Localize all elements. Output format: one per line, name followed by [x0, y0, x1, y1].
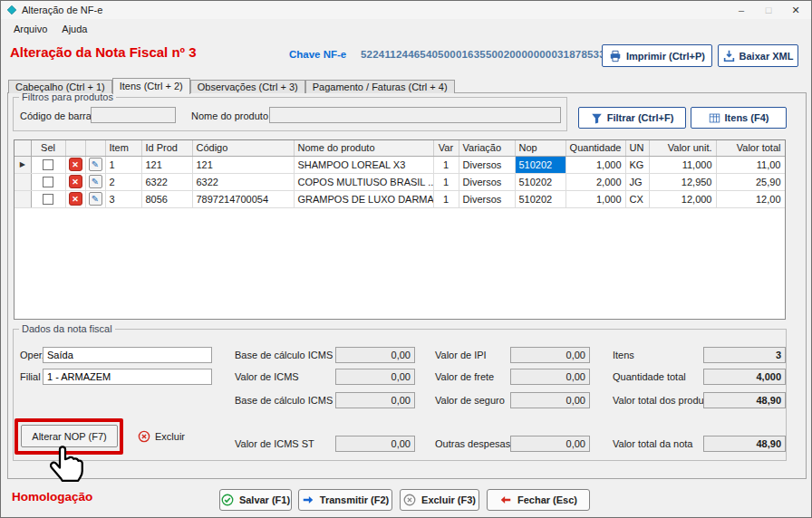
cell-variacao[interactable]: Diversos: [459, 173, 515, 190]
arrow-left-red-icon: [499, 494, 512, 506]
cell-nome[interactable]: COPOS MULTIUSO BRASIL ...: [294, 173, 433, 190]
cell-un[interactable]: KG: [625, 156, 649, 173]
salvar-button[interactable]: Salvar (F1): [219, 489, 292, 511]
cell-codigo[interactable]: 121: [192, 156, 294, 173]
transmitir-button[interactable]: Transmitir (F2): [298, 489, 392, 511]
table-row: ✕ ✎ 2 6322 6322 COPOS MULTIUSO BRASIL ..…: [14, 173, 785, 190]
cell-valor-total[interactable]: 11,00: [716, 156, 785, 173]
baixar-xml-button[interactable]: Baixar XML: [718, 44, 798, 67]
cell-item[interactable]: 2: [105, 173, 141, 190]
col-quantidade: Quantidade: [566, 140, 625, 156]
cell-item[interactable]: 1: [105, 156, 141, 173]
current-row-marker: ▶: [14, 156, 31, 173]
cell-id-prod[interactable]: 8056: [141, 190, 192, 207]
arrow-right-blue-icon: [302, 494, 314, 506]
minimize-button[interactable]: –: [728, 1, 755, 19]
table-row: ▶ ✕ ✎ 1 121 121 SHAMPOO LOREAL X3 1 Dive…: [14, 156, 785, 173]
cell-nome[interactable]: GRAMPOS DE LUXO DARMA...: [294, 190, 433, 207]
menu-bar: Arquivo Ajuda: [1, 19, 811, 38]
col-valor-unit: Valor unit.: [649, 140, 716, 156]
tab-cabecalho[interactable]: Cabeçalho (Ctrl + 1): [8, 80, 112, 93]
row-select-checkbox[interactable]: [43, 177, 53, 187]
cell-codigo[interactable]: 7897214700054: [192, 190, 294, 207]
cell-nop-selected[interactable]: 510202: [515, 156, 566, 173]
window-title: Alteração de NF-e: [22, 5, 102, 15]
cell-valor-total[interactable]: 12,00: [716, 190, 785, 207]
menu-ajuda[interactable]: Ajuda: [54, 22, 94, 36]
col-sel: Sel: [31, 140, 65, 156]
cell-item[interactable]: 3: [105, 190, 141, 207]
cell-quantidade[interactable]: 1,000: [566, 156, 625, 173]
cell-un[interactable]: JG: [625, 173, 649, 190]
cell-codigo[interactable]: 6322: [192, 173, 294, 190]
circle-x-gray-icon: [403, 494, 416, 506]
filtrar-button[interactable]: Filtrar (Ctrl+F): [578, 107, 686, 129]
fiscal-group-label: Dados da nota fiscal: [19, 323, 115, 334]
chave-nfe-value: 5224112446540500016355002000000003187853…: [361, 49, 624, 60]
edit-row-icon[interactable]: ✎: [89, 192, 102, 206]
itens-f4-button[interactable]: Itens (F4): [691, 107, 787, 129]
cell-var[interactable]: 1: [433, 156, 459, 173]
cell-quantidade[interactable]: 2,000: [566, 173, 625, 190]
tab-itens[interactable]: Itens (Ctrl + 2): [112, 78, 190, 94]
cell-var[interactable]: 1: [433, 190, 459, 207]
imprimir-button[interactable]: Imprimir (Ctrl+P): [602, 44, 712, 67]
col-un: UN: [625, 140, 649, 156]
menu-arquivo[interactable]: Arquivo: [6, 22, 54, 36]
col-variacao: Variação: [459, 140, 515, 156]
cell-variacao[interactable]: Diversos: [459, 190, 515, 207]
items-table: Sel Item Id Prod Código Nome do produto …: [14, 140, 786, 208]
edit-row-icon[interactable]: ✎: [89, 175, 102, 188]
col-var: Var: [433, 140, 459, 156]
tab-pagamento-faturas[interactable]: Pagamento / Faturas (Ctrl + 4): [305, 80, 455, 93]
row-select-checkbox[interactable]: [43, 159, 53, 170]
cell-un[interactable]: CX: [625, 190, 649, 207]
nfe-window: Alteração de NF-e – □ ✕ Arquivo Ajuda Al…: [0, 0, 812, 518]
download-icon: [723, 50, 735, 62]
cell-nop[interactable]: 510202: [515, 190, 566, 207]
cell-var[interactable]: 1: [433, 173, 459, 190]
table-header-row: Sel Item Id Prod Código Nome do produto …: [14, 140, 785, 156]
tab-observacoes[interactable]: Observações (Ctrl + 3): [190, 80, 305, 93]
col-nome: Nome do produto: [294, 140, 433, 156]
col-nop: Nop: [515, 140, 566, 156]
excluir-f3-button[interactable]: Excluir (F3): [400, 489, 479, 511]
cell-nome[interactable]: SHAMPOO LOREAL X3: [294, 156, 433, 173]
row-select-checkbox[interactable]: [43, 194, 53, 205]
cell-id-prod[interactable]: 6322: [141, 173, 192, 190]
cell-id-prod[interactable]: 121: [141, 156, 192, 173]
cell-nop[interactable]: 510202: [515, 173, 566, 190]
fiscal-groupbox: [13, 329, 787, 461]
cell-valor-unit[interactable]: 11,000: [649, 156, 716, 173]
check-circle-icon: [221, 494, 234, 506]
table-row: ✕ ✎ 3 8056 7897214700054 GRAMPOS DE LUXO…: [14, 190, 785, 207]
cell-valor-total[interactable]: 25,90: [716, 173, 785, 190]
cell-variacao[interactable]: Diversos: [459, 156, 515, 173]
edit-row-icon[interactable]: ✎: [89, 158, 102, 171]
funnel-icon: [591, 112, 603, 124]
delete-row-icon[interactable]: ✕: [69, 192, 82, 206]
grid-icon: [709, 112, 720, 124]
delete-row-icon[interactable]: ✕: [69, 158, 82, 171]
chave-nfe-label: Chave NF-e: [289, 49, 346, 60]
app-icon: [6, 5, 17, 15]
col-id-prod: Id Prod: [141, 140, 192, 156]
fechar-button[interactable]: Fechar (Esc): [487, 489, 590, 511]
items-table-container: Sel Item Id Prod Código Nome do produto …: [14, 139, 786, 320]
printer-icon: [609, 50, 622, 62]
col-item: Item: [105, 140, 141, 156]
col-codigo: Código: [192, 140, 294, 156]
col-valor-total: Valor total: [716, 140, 785, 156]
maximize-button[interactable]: □: [755, 1, 782, 19]
close-button[interactable]: ✕: [782, 1, 809, 19]
delete-row-icon[interactable]: ✕: [69, 175, 82, 188]
cell-valor-unit[interactable]: 12,000: [649, 190, 716, 207]
page-title: Alteração da Nota Fiscal nº 3: [10, 44, 197, 60]
title-bar: Alteração de NF-e: [1, 1, 811, 19]
tab-strip: Cabeçalho (Ctrl + 1) Itens (Ctrl + 2) Ob…: [8, 78, 455, 93]
cell-valor-unit[interactable]: 12,950: [649, 173, 716, 190]
cell-quantidade[interactable]: 1,000: [566, 190, 625, 207]
environment-badge: Homologação: [12, 490, 92, 504]
